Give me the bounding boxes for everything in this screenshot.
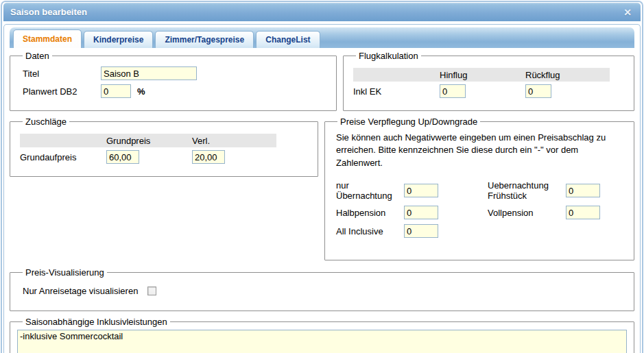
zuschlaege-header-verl: Verl. [192,136,276,146]
fieldset-daten-legend: Daten [23,51,52,61]
dialog-saison-bearbeiten: Saison bearbeiten ✕ Stammdaten Kinderpre… [0,0,644,353]
titel-label: Titel [23,69,101,79]
halbpension-label: Halbpension [336,208,404,218]
inkl-ek-label: Inkl EK [353,86,440,97]
grundpreis-input[interactable] [106,150,139,164]
hinflug-input[interactable] [440,84,466,98]
flug-header-hinflug: Hinflug [440,70,525,80]
flug-header-rueckflug: Rückflug [525,70,610,80]
tab-kinderpreise[interactable]: Kinderpreise [84,31,153,48]
nur-anreisetage-checkbox[interactable] [147,287,156,295]
fieldset-zuschlaege: Zuschläge Grundpreis Verl. Grundaufpreis [10,117,318,177]
halbpension-input[interactable] [404,206,438,219]
nur-anreisetage-label: Nur Anreisetage visualisieren [23,286,138,296]
fieldset-zuschlaege-legend: Zuschläge [23,117,69,127]
planwert-db2-label: Planwert DB2 [23,86,101,97]
fieldset-daten: Daten Titel Planwert DB2 % [10,51,337,111]
title-bar: Saison bearbeiten ✕ [3,3,641,21]
nur-uebernachtung-label: nur Übernachtung [336,180,404,201]
flug-header-row: Hinflug Rückflug [353,68,610,82]
inklusivleistungen-textarea[interactable] [17,330,627,353]
zuschlaege-header-grundpreis: Grundpreis [106,136,192,146]
vollpension-label: Vollpension [488,208,566,218]
tab-strip: Stammdaten Kinderpreise Zimmer/Tagesprei… [10,27,634,48]
fieldset-preis-visualisierung-legend: Preis-Visualisierung [23,267,107,278]
close-icon[interactable]: ✕ [621,6,634,19]
zuschlaege-header-row: Grundpreis Verl. [20,134,276,147]
verl-input[interactable] [192,150,225,164]
nur-uebernachtung-input[interactable] [404,184,438,197]
verpflegung-info-text: Sie können auch Negativwerte eingeben um… [336,132,627,169]
tab-zimmer-tagespreise[interactable]: Zimmer/Tagespreise [155,31,254,48]
verpflegung-fields: nur Übernachtung Uebernachtung Frühstück… [336,180,627,238]
percent-label: % [137,86,145,97]
grundaufpreis-label: Grundaufpreis [20,152,106,162]
window-title: Saison bearbeiten [10,7,87,17]
titel-input[interactable] [101,66,197,80]
zuschlaege-row-grundaufpreis: Grundaufpreis [20,150,276,164]
rueckflug-input[interactable] [525,84,551,98]
fieldset-flugkalkulation-legend: Flugkalkulation [356,51,421,61]
fieldset-inklusivleistungen: Saisonabhängige Inklusivleistungen [10,317,634,353]
fieldset-verpflegung-legend: Preise Verpflegung Up/Downgrade [337,117,480,127]
fieldset-verpflegung: Preise Verpflegung Up/Downgrade Sie könn… [324,117,634,260]
fieldset-inklusivleistungen-legend: Saisonabhängige Inklusivleistungen [23,317,170,327]
planwert-db2-input[interactable] [101,84,131,98]
tab-stammdaten[interactable]: Stammdaten [13,29,82,48]
uebernachtung-fruehstueck-label: Uebernachtung Frühstück [488,180,566,201]
all-inclusive-input[interactable] [404,224,438,238]
fieldset-flugkalkulation: Flugkalkulation Hinflug Rückflug Inkl EK [343,51,634,111]
tab-changelist[interactable]: ChangeList [256,31,320,48]
dialog-body: Stammdaten Kinderpreise Zimmer/Tagesprei… [3,24,641,353]
all-inclusive-label: All Inclusive [336,226,404,236]
vollpension-input[interactable] [566,206,600,219]
flug-row-inkl-ek: Inkl EK [353,84,610,98]
window-frame: Saison bearbeiten ✕ Stammdaten Kinderpre… [1,1,643,353]
tab-content-stammdaten: Daten Titel Planwert DB2 % Flugkalkulati… [10,48,634,353]
uebernachtung-fruehstueck-input[interactable] [566,184,600,197]
fieldset-preis-visualisierung: Preis-Visualisierung Nur Anreisetage vis… [10,267,634,311]
